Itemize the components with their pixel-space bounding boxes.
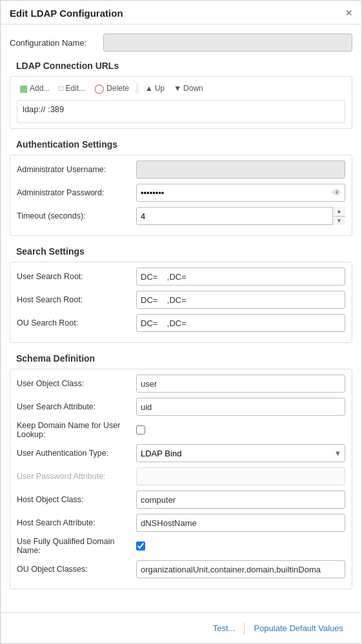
dialog-footer: Test... Populate Default Values [1, 612, 361, 643]
timeout-decrement-button[interactable]: ▼ [333, 217, 345, 226]
host-search-attr-label: Host Search Attribute: [17, 518, 136, 527]
user-auth-type-row: User Authentication Type: LDAP Bind Simp… [17, 444, 345, 462]
user-object-class-input[interactable] [136, 375, 345, 393]
ou-search-root-row: OU Search Root: [17, 314, 345, 332]
user-password-attr-label: User Password Attribute: [17, 472, 136, 481]
user-search-attr-input[interactable] [136, 398, 345, 416]
user-search-attr-label: User Search Attribute: [17, 402, 136, 411]
password-wrap: 👁 [136, 184, 345, 202]
dialog-title: Edit LDAP Configuration [10, 8, 123, 19]
delete-url-button[interactable]: ◯ Delete [92, 82, 132, 95]
dialog-header: Edit LDAP Configuration × [1, 1, 361, 24]
use-fqdn-row: Use Fully Qualified Domain Name: [17, 537, 345, 555]
host-search-attr-input[interactable] [136, 514, 345, 532]
user-search-root-row: User Search Root: [17, 268, 345, 286]
config-name-label: Configuration Name: [10, 38, 103, 48]
keep-domain-checkbox[interactable] [136, 425, 145, 434]
user-search-root-label: User Search Root: [17, 272, 136, 281]
admin-password-label: Administrator Password: [17, 188, 136, 197]
ldap-urls-inner: ▦ Add... □ Edit... ◯ Delete ▲ Up [10, 76, 352, 129]
url-down-button[interactable]: ▼ Down [171, 83, 206, 94]
admin-username-row: Administrator Username: [17, 161, 345, 179]
url-up-button[interactable]: ▲ Up [143, 83, 167, 94]
eye-icon[interactable]: 👁 [332, 188, 341, 198]
timeout-spinner: ▲ ▼ [136, 207, 345, 225]
search-settings-inner: User Search Root: Host Search Root: OU S… [10, 262, 352, 343]
admin-password-row: Administrator Password: 👁 [17, 184, 345, 202]
url-entry: ldap:// :389 [23, 104, 64, 114]
dialog-body: Configuration Name: LDAP Connection URLs… [1, 24, 361, 612]
delete-icon: ◯ [94, 83, 105, 93]
ldap-urls-title: LDAP Connection URLs [10, 61, 352, 71]
search-settings-section: Search Settings User Search Root: Host S… [10, 246, 352, 343]
edit-url-button[interactable]: □ Edit... [56, 83, 88, 94]
keep-domain-row: Keep Domain Name for User Lookup: [17, 421, 345, 439]
config-name-row: Configuration Name: [10, 31, 352, 52]
auth-settings-inner: Administrator Username: Administrator Pa… [10, 155, 352, 236]
config-name-input[interactable] [103, 34, 352, 52]
edit-icon: □ [59, 84, 63, 93]
ou-search-root-label: OU Search Root: [17, 318, 136, 327]
user-password-attr-row: User Password Attribute: [17, 467, 345, 485]
ou-object-classes-label: OU Object Classes: [17, 565, 136, 574]
user-object-class-row: User Object Class: [17, 375, 345, 393]
user-auth-type-label: User Authentication Type: [17, 449, 136, 458]
host-object-class-label: Host Object Class: [17, 495, 136, 504]
edit-ldap-dialog: Edit LDAP Configuration × Configuration … [0, 0, 362, 644]
schema-definition-title: Schema Definition [10, 353, 352, 364]
test-button[interactable]: Test... [204, 620, 245, 637]
admin-username-label: Administrator Username: [17, 165, 136, 174]
auth-settings-section: Authentication Settings Administrator Us… [10, 139, 352, 236]
schema-definition-section: Schema Definition User Object Class: Use… [10, 353, 352, 589]
ou-object-classes-row: OU Object Classes: [17, 560, 345, 578]
close-button[interactable]: × [345, 7, 352, 19]
populate-defaults-button[interactable]: Populate Default Values [245, 620, 352, 637]
use-fqdn-checkbox[interactable] [136, 542, 145, 551]
host-object-class-input[interactable] [136, 491, 345, 509]
ldap-urls-section: LDAP Connection URLs ▦ Add... □ Edit... … [10, 61, 352, 129]
timeout-increment-button[interactable]: ▲ [333, 207, 345, 217]
urls-toolbar: ▦ Add... □ Edit... ◯ Delete ▲ Up [17, 82, 345, 95]
host-object-class-row: Host Object Class: [17, 491, 345, 509]
url-list: ldap:// :389 [17, 100, 345, 123]
keep-domain-label: Keep Domain Name for User Lookup: [17, 421, 136, 439]
user-search-root-input[interactable] [136, 268, 345, 286]
host-search-root-label: Host Search Root: [17, 295, 136, 304]
user-auth-type-select[interactable]: LDAP Bind Simple Bind [136, 444, 345, 462]
user-object-class-label: User Object Class: [17, 379, 136, 388]
add-url-button[interactable]: ▦ Add... [17, 82, 52, 95]
timeout-row: Timeout (seconds): ▲ ▼ [17, 207, 345, 225]
timeout-input[interactable] [136, 207, 345, 225]
up-arrow-icon: ▲ [145, 84, 153, 93]
add-icon: ▦ [19, 83, 28, 93]
host-search-root-input[interactable] [136, 291, 345, 309]
timeout-label: Timeout (seconds): [17, 211, 136, 220]
host-search-root-row: Host Search Root: [17, 291, 345, 309]
ou-object-classes-input[interactable] [136, 560, 345, 578]
user-password-attr-input[interactable] [136, 467, 345, 485]
down-arrow-icon: ▼ [174, 84, 181, 93]
user-auth-type-select-wrap: LDAP Bind Simple Bind ▼ [136, 444, 345, 462]
admin-password-input[interactable] [136, 184, 345, 202]
spinner-buttons: ▲ ▼ [332, 207, 345, 225]
toolbar-separator [137, 83, 137, 93]
host-search-attr-row: Host Search Attribute: [17, 514, 345, 532]
ou-search-root-input[interactable] [136, 314, 345, 332]
use-fqdn-label: Use Fully Qualified Domain Name: [17, 537, 136, 555]
admin-username-input[interactable] [136, 161, 345, 179]
search-settings-title: Search Settings [10, 246, 352, 257]
schema-definition-inner: User Object Class: User Search Attribute… [10, 369, 352, 589]
user-search-attr-row: User Search Attribute: [17, 398, 345, 416]
auth-settings-title: Authentication Settings [10, 139, 352, 150]
